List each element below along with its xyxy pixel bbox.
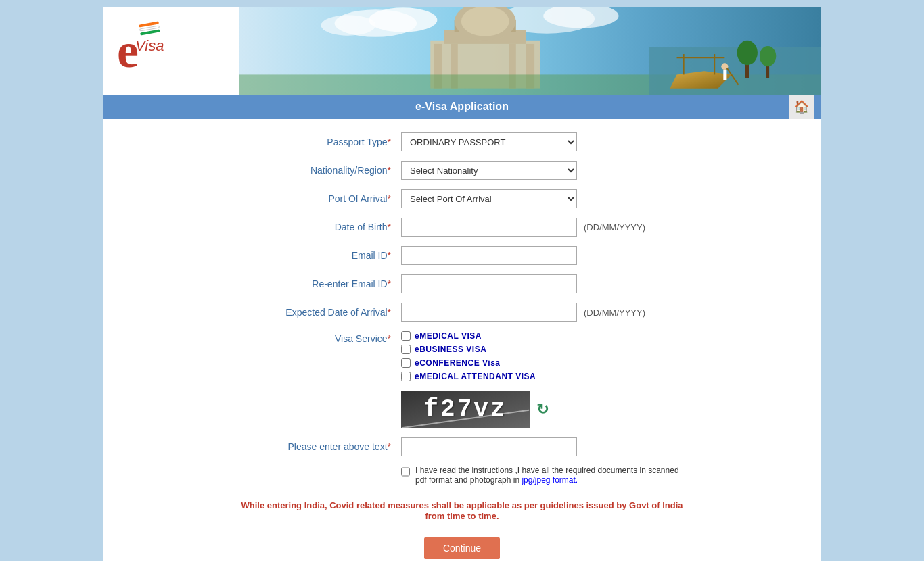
expected-arrival-row: Expected Date of Arrival* (DD/MM/YYYY) — [225, 303, 699, 322]
header-banner — [239, 7, 821, 95]
passport-type-required: * — [388, 137, 391, 147]
captcha-input[interactable] — [401, 437, 577, 456]
svg-point-2 — [369, 7, 437, 32]
header: e Visa — [103, 7, 821, 95]
svg-point-27 — [760, 46, 776, 66]
banner-image — [239, 7, 821, 95]
dob-label: Date of Birth* — [225, 222, 401, 233]
logo-area: e Visa — [103, 26, 239, 75]
visa-checkbox-emedical[interactable] — [401, 331, 411, 341]
title-bar-text: e-Visa Application — [135, 101, 789, 113]
dob-row: Date of Birth* (DD/MM/YYYY) — [225, 218, 699, 237]
agreement-row: I have read the instructions ,I have all… — [225, 466, 699, 485]
svg-point-25 — [737, 41, 758, 65]
email-row: Email ID* — [225, 246, 699, 265]
port-of-arrival-select[interactable]: Select Port Of Arrival — [401, 189, 577, 208]
btn-row: Continue — [225, 537, 699, 559]
email-label: Email ID* — [225, 250, 401, 261]
expected-arrival-label: Expected Date of Arrival* — [225, 307, 401, 318]
title-bar: e-Visa Application 🏠 — [103, 95, 821, 119]
email-required: * — [388, 250, 391, 261]
visa-label-ebusiness: eBUSINESS VISA — [415, 345, 486, 354]
captcha-input-row: Please enter above text* — [225, 437, 699, 456]
continue-button[interactable]: Continue — [424, 537, 500, 559]
main-container: Passport Type* ORDINARY PASSPORT DIPLOMA… — [103, 119, 821, 561]
warning-row: While entering India, Covid related meas… — [225, 494, 699, 527]
passport-type-row: Passport Type* ORDINARY PASSPORT DIPLOMA… — [225, 132, 699, 151]
agreement-text: I have read the instructions ,I have all… — [415, 466, 685, 485]
captcha-row: f27vz ↻ — [401, 391, 699, 428]
visa-option-emedical: eMEDICAL VISA — [401, 331, 536, 341]
visa-service-label: Visa Service* — [225, 331, 401, 344]
nationality-row: Nationality/Region* Select Nationality — [225, 161, 699, 180]
email-input[interactable] — [401, 246, 577, 265]
expected-arrival-required: * — [388, 307, 391, 318]
logo: e Visa — [117, 26, 239, 75]
visa-checkboxes: eMEDICAL VISA eBUSINESS VISA eCONFERENCE… — [401, 331, 536, 381]
nationality-select[interactable]: Select Nationality — [401, 161, 577, 180]
visa-checkbox-emedical-attendant[interactable] — [401, 372, 411, 381]
visa-service-required: * — [388, 333, 391, 344]
visa-checkbox-ebusiness[interactable] — [401, 345, 411, 354]
port-required: * — [388, 193, 391, 204]
re-email-required: * — [388, 278, 391, 289]
svg-point-3 — [321, 15, 375, 35]
captcha-image: f27vz — [401, 391, 530, 428]
agreement-highlight: jpg/jpeg format. — [522, 475, 578, 485]
port-of-arrival-row: Port Of Arrival* Select Port Of Arrival — [225, 189, 699, 208]
banner-svg — [239, 7, 821, 95]
captcha-refresh-icon[interactable]: ↻ — [536, 401, 549, 418]
dob-required: * — [388, 222, 391, 233]
home-icon: 🏠 — [794, 99, 809, 114]
svg-point-10 — [461, 7, 509, 36]
logo-visa-text: Visa — [135, 37, 164, 55]
svg-rect-22 — [723, 70, 726, 80]
expected-arrival-input[interactable] — [401, 303, 577, 322]
re-email-label: Re-enter Email ID* — [225, 278, 401, 289]
captcha-required: * — [388, 441, 391, 452]
visa-option-ebusiness: eBUSINESS VISA — [401, 345, 536, 354]
visa-label-econference: eCONFERENCE Visa — [415, 358, 500, 368]
form-wrapper: Passport Type* ORDINARY PASSPORT DIPLOMA… — [225, 132, 699, 559]
port-of-arrival-label: Port Of Arrival* — [225, 193, 401, 204]
passport-type-label: Passport Type* — [225, 137, 401, 147]
page-wrapper: e Visa — [0, 0, 924, 561]
captcha-input-label: Please enter above text* — [225, 441, 401, 452]
re-email-row: Re-enter Email ID* — [225, 274, 699, 293]
captcha-text: f27vz — [423, 395, 507, 423]
nationality-required: * — [388, 165, 391, 176]
re-email-input[interactable] — [401, 274, 577, 293]
dob-hint: (DD/MM/YYYY) — [584, 222, 645, 233]
visa-label-emedical-attendant: eMEDICAL ATTENDANT VISA — [415, 372, 536, 381]
nationality-label: Nationality/Region* — [225, 165, 401, 176]
passport-type-select[interactable]: ORDINARY PASSPORT DIPLOMATIC PASSPORT OF… — [401, 132, 577, 151]
visa-service-row: Visa Service* eMEDICAL VISA eBUSINESS VI… — [225, 331, 699, 381]
warning-text: While entering India, Covid related meas… — [241, 500, 683, 521]
visa-option-econference: eCONFERENCE Visa — [401, 358, 536, 368]
visa-checkbox-econference[interactable] — [401, 358, 411, 368]
visa-label-emedical: eMEDICAL VISA — [415, 331, 482, 341]
agreement-checkbox[interactable] — [401, 467, 410, 477]
dob-input[interactable] — [401, 218, 577, 237]
visa-option-emedical-attendant: eMEDICAL ATTENDANT VISA — [401, 372, 536, 381]
expected-arrival-hint: (DD/MM/YYYY) — [584, 308, 645, 318]
home-button[interactable]: 🏠 — [789, 95, 814, 119]
